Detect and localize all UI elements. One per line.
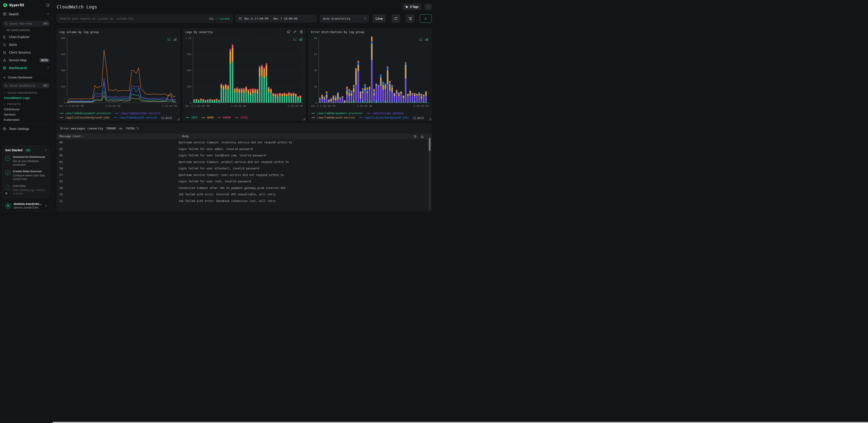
legend-item[interactable]: FATAL [235, 116, 248, 119]
search-icon [5, 22, 8, 25]
table-row[interactable]: 62Upstream service timeout: product-serv… [57, 159, 432, 166]
table-row[interactable]: 69Upstream service timeout: inventory-se… [57, 139, 432, 146]
table-row[interactable]: 11Job failed with error: Database connec… [57, 198, 432, 204]
dots-vertical-icon [427, 5, 430, 8]
resize-grip[interactable] [177, 118, 179, 120]
refresh-icon [394, 17, 398, 21]
resize-grip[interactable] [303, 118, 305, 120]
legend-item[interactable]: +1 more [412, 116, 424, 119]
create-dashboard-button[interactable]: Create Dashboard [0, 73, 52, 81]
sidebar-section-search[interactable]: Search [0, 9, 52, 19]
legend-item[interactable]: /aws/lambda/auth-service [114, 116, 157, 119]
trash-icon[interactable] [300, 30, 303, 33]
table-title: Error messages (severity 'ERROR' or 'FAT… [57, 123, 432, 133]
copy-icon[interactable] [287, 30, 290, 33]
check-circle-icon [5, 170, 10, 175]
sidebar-item-clickhouse[interactable]: ClickHouse [0, 107, 52, 112]
table-row[interactable]: 53Login failed for user root, invalid pa… [57, 178, 432, 185]
get-started-item-desc: Set up your database connection [13, 160, 47, 167]
user-name: dominic.tran@clic... [14, 202, 42, 205]
dashboard-menu-button[interactable] [425, 4, 432, 10]
bar-chart-toggle-icon[interactable] [299, 37, 302, 42]
legend-item[interactable]: /aws/lambda/auth-service [311, 116, 355, 119]
x-tick: 3:30:00 AM [357, 105, 372, 108]
get-started-item[interactable]: Create Data Sources Configure where your… [5, 170, 47, 181]
run-query-button[interactable] [420, 15, 432, 23]
sidebar-item-cloudwatch-logs[interactable]: CloudWatch Logs [0, 95, 52, 101]
chart-area[interactable]: 0150300450600 [59, 35, 177, 104]
sidebar-item-chart-explorer[interactable]: Chart Explorer [0, 33, 52, 41]
line-chart-toggle-icon[interactable] [167, 37, 171, 42]
get-started-item-desc: Configure where your data comes from [13, 174, 47, 181]
line-chart-toggle-icon[interactable] [419, 37, 423, 42]
line-chart-toggle-icon[interactable] [293, 37, 297, 42]
column-message-count[interactable]: Message Count [57, 135, 179, 138]
get-started-item[interactable]: Connect to ClickHouse Set up your databa… [5, 155, 47, 167]
sidebar-item-kubernetes[interactable]: Kubernetes [0, 117, 52, 122]
column-body[interactable]: Body [179, 135, 409, 138]
chart-area[interactable]: 03006009001.2K [185, 35, 303, 104]
pencil-icon[interactable] [293, 30, 297, 33]
legend-item[interactable]: INFO [186, 116, 198, 119]
user-card[interactable]: D dominic.tran@clic... dominic.tran@clic… [2, 200, 50, 212]
table-row[interactable]: 16Connection timeout after 30s to paymen… [57, 185, 432, 192]
sidebar-item-team-settings[interactable]: Team Settings [0, 125, 52, 133]
table-scrollbar-thumb[interactable] [429, 138, 431, 151]
sql-toggle[interactable]: SQL [209, 17, 214, 20]
table-row[interactable]: 15Job failed with error: External API un… [57, 191, 432, 198]
section-label-presets[interactable]: PRESETS [0, 101, 52, 107]
legend-item[interactable]: +1 more [161, 116, 172, 119]
no-saved-searches-label: No saved searches [0, 27, 52, 33]
legend-item[interactable]: /aws/lambda/payment-processor [60, 112, 111, 115]
legend-item[interactable]: /aws/lambda/payment-processor [311, 112, 363, 115]
table-row[interactable]: 62Login failed for user admin, invalid p… [57, 146, 432, 152]
download-icon[interactable] [420, 135, 424, 138]
chart-plot[interactable]: 03006009001.2K [185, 35, 303, 104]
sidebar-item-client-sessions[interactable]: Client Sessions [0, 49, 52, 56]
charts-row: Log volume by log group 0150300450600 De… [57, 28, 432, 121]
tags-button[interactable]: 0 Tags [403, 4, 421, 10]
legend-item[interactable]: WARN [202, 116, 213, 119]
table-row[interactable]: 57Upstream service timeout: user-service… [57, 172, 432, 178]
live-button[interactable]: Live [373, 15, 386, 23]
drag-handle-icon[interactable] [179, 135, 181, 138]
section-label-saved-dashboards[interactable]: SAVED DASHBOARDS [0, 89, 52, 95]
resize-grip[interactable] [429, 118, 431, 120]
sidebar-item-alerts[interactable]: Alerts [0, 41, 52, 49]
table-row[interactable]: 62Login failed for user test@test.com, i… [57, 152, 432, 159]
cell-body: Login failed for user attacker1, invalid… [179, 167, 432, 170]
saved-dashboards-input[interactable]: Saved Dashboards ⌘K [2, 83, 50, 89]
legend-item[interactable]: ERROR [217, 116, 231, 119]
chart-plot[interactable]: 0150300450600 [59, 35, 177, 104]
wrap-text-icon[interactable] [413, 135, 417, 138]
x-tick: 3:30:00 AM [105, 105, 120, 108]
granularity-select[interactable]: Auto Granularity [320, 15, 369, 23]
table-row[interactable]: 58Login failed for user attacker1, inval… [57, 165, 432, 172]
legend-item[interactable]: /application/background-jobs [359, 116, 409, 119]
sidebar-item-service-map[interactable]: Service MapBETA [0, 56, 52, 64]
get-started-item[interactable]: Add Data Start sending logs, metrics, or… [5, 184, 47, 196]
sidebar-item-services[interactable]: Services [0, 112, 52, 117]
sidebar-item-dashboards[interactable]: Dashboards [0, 64, 52, 72]
chart-plot[interactable]: 020406080 [311, 35, 429, 104]
time-range-picker[interactable]: Dec 6 17:00:00 - Dec 7 18:00:00 [236, 15, 317, 23]
event-search-input[interactable]: Search your events w/ Lucene ex. column:… [57, 15, 233, 23]
legend-item[interactable]: /aws/lambda/order-service [115, 112, 160, 115]
chart-area[interactable]: 020406080 [311, 35, 429, 104]
bar-chart-toggle-icon[interactable] [173, 37, 177, 42]
collapse-sidebar-icon[interactable] [46, 3, 50, 7]
help-button[interactable]: ? [2, 190, 10, 198]
table-scrollbar[interactable] [429, 135, 431, 210]
bar-chart-toggle-icon[interactable] [425, 37, 428, 42]
saved-searches-input[interactable]: Saved Searches ⌘K [2, 21, 50, 27]
x-tick: Dec 6 5:00:00 PM [311, 105, 335, 108]
legend-item[interactable]: /application/background-jobs [60, 116, 110, 119]
lucene-toggle[interactable]: Lucene [220, 17, 229, 20]
chart-panel-logs-by-severity: Logs by severity 03006009001.2K Dec 6 5:… [183, 28, 306, 121]
svg-text:0: 0 [190, 102, 191, 104]
get-started-header[interactable]: Get Started 3/3 [5, 148, 47, 152]
cell-message-count: 15 [57, 193, 179, 196]
refresh-button[interactable] [392, 15, 400, 23]
legend-item[interactable]: /aws/ecs/api-gateway [367, 112, 404, 115]
filter-button[interactable] [406, 15, 415, 23]
